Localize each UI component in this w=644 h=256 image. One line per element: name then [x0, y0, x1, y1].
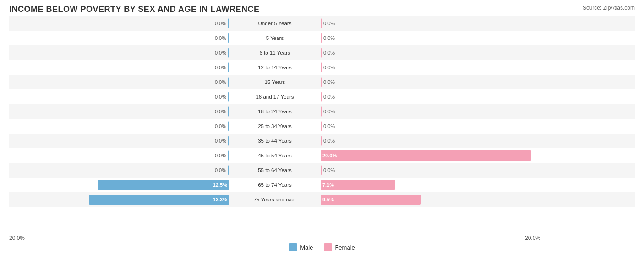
left-bar-container: 0.0%	[9, 150, 229, 161]
bar-row: 0.0%16 and 17 Years0.0%	[9, 89, 635, 104]
female-value-label: 0.0%	[323, 50, 335, 56]
chart-title: INCOME BELOW POVERTY BY SEX AND AGE IN L…	[9, 5, 260, 14]
bar-row: 0.0%35 to 44 Years0.0%	[9, 134, 635, 148]
scale-right: 20.0%	[321, 235, 540, 241]
male-value-label: 0.0%	[215, 123, 226, 129]
age-label: 75 Years and over	[229, 197, 321, 202]
right-section: 0.0%	[321, 31, 540, 45]
female-bar: 7.1%	[321, 180, 395, 190]
right-section: 20.0%	[321, 148, 540, 163]
male-value-label: 0.0%	[215, 109, 226, 114]
legend-female: Female	[324, 243, 355, 251]
left-bar-container: 0.0%	[9, 92, 229, 102]
right-section: 0.0%	[321, 16, 540, 31]
left-section: 0.0%	[9, 45, 229, 60]
left-bar-container: 12.5%	[9, 180, 229, 190]
left-bar-container: 0.0%	[9, 106, 229, 117]
left-bar-container: 0.0%	[9, 33, 229, 43]
left-bar-container: 0.0%	[9, 121, 229, 131]
female-bar	[321, 33, 322, 43]
left-bar-container: 0.0%	[9, 77, 229, 87]
male-value-label: 0.0%	[215, 138, 226, 144]
female-bar: 20.0%	[321, 150, 531, 161]
scale-row: 20.0% 20.0%	[9, 235, 635, 241]
female-value-label: 7.1%	[322, 182, 334, 188]
right-bar-container: 0.0%	[321, 92, 540, 102]
bar-row: 0.0%5 Years0.0%	[9, 31, 635, 45]
male-value-label: 0.0%	[215, 35, 226, 41]
female-value-label: 0.0%	[323, 167, 335, 173]
left-section: 0.0%	[9, 163, 229, 178]
female-bar	[321, 92, 322, 102]
male-value-label: 0.0%	[215, 94, 226, 100]
age-label: 5 Years	[229, 35, 321, 41]
right-section: 0.0%	[321, 75, 540, 89]
left-bar-container: 0.0%	[9, 62, 229, 72]
bar-row: 12.5%65 to 74 Years7.1%	[9, 178, 635, 192]
source-text: Source: ZipAtlas.com	[583, 5, 635, 11]
age-label: 55 to 64 Years	[229, 167, 321, 173]
left-bar-container: 13.3%	[9, 195, 229, 205]
right-section: 0.0%	[321, 163, 540, 178]
age-label: 18 to 24 Years	[229, 109, 321, 114]
age-label: Under 5 Years	[229, 21, 321, 26]
bar-row: 0.0%45 to 54 Years20.0%	[9, 148, 635, 163]
legend-male-box	[289, 243, 297, 251]
female-bar	[321, 48, 322, 58]
right-bar-container: 0.0%	[321, 62, 540, 72]
male-bar: 13.3%	[89, 195, 229, 205]
age-label: 6 to 11 Years	[229, 50, 321, 56]
header: INCOME BELOW POVERTY BY SEX AND AGE IN L…	[9, 5, 635, 14]
left-section: 0.0%	[9, 119, 229, 134]
right-bar-container: 0.0%	[321, 106, 540, 117]
male-value-label: 13.3%	[213, 197, 227, 202]
right-section: 7.1%	[321, 178, 540, 192]
left-section: 0.0%	[9, 16, 229, 31]
legend-male-label: Male	[300, 244, 313, 251]
left-bar-container: 0.0%	[9, 18, 229, 28]
male-value-label: 0.0%	[215, 21, 226, 26]
right-section: 0.0%	[321, 45, 540, 60]
scale-left-label: 20.0%	[9, 235, 25, 241]
right-bar-container: 0.0%	[321, 165, 540, 175]
right-bar-container: 0.0%	[321, 33, 540, 43]
male-value-label: 12.5%	[213, 182, 227, 188]
female-bar	[321, 165, 322, 175]
left-section: 13.3%	[9, 192, 229, 207]
female-bar	[321, 106, 322, 117]
right-section: 0.0%	[321, 119, 540, 134]
right-bar-container: 0.0%	[321, 77, 540, 87]
female-value-label: 0.0%	[323, 79, 335, 85]
female-bar	[321, 18, 322, 28]
female-value-label: 0.0%	[323, 21, 335, 26]
age-label: 65 to 74 Years	[229, 182, 321, 188]
female-value-label: 0.0%	[323, 109, 335, 114]
legend-row: Male Female	[9, 243, 635, 251]
right-bar-container: 7.1%	[321, 180, 540, 190]
female-value-label: 0.0%	[323, 138, 335, 144]
female-bar	[321, 121, 322, 131]
left-section: 0.0%	[9, 104, 229, 119]
right-section: 0.0%	[321, 89, 540, 104]
legend-male: Male	[289, 243, 313, 251]
male-value-label: 0.0%	[215, 79, 226, 85]
left-section: 0.0%	[9, 60, 229, 75]
right-section: 0.0%	[321, 104, 540, 119]
male-value-label: 0.0%	[215, 153, 226, 158]
left-bar-container: 0.0%	[9, 165, 229, 175]
age-label: 45 to 54 Years	[229, 153, 321, 158]
female-bar: 9.5%	[321, 195, 421, 205]
male-value-label: 0.0%	[215, 50, 226, 56]
right-section: 9.5%	[321, 192, 540, 207]
right-section: 0.0%	[321, 134, 540, 148]
age-label: 12 to 14 Years	[229, 65, 321, 70]
left-section: 0.0%	[9, 31, 229, 45]
female-value-label: 0.0%	[323, 35, 335, 41]
right-bar-container: 0.0%	[321, 136, 540, 146]
bar-row: 0.0%Under 5 Years0.0%	[9, 16, 635, 31]
right-bar-container: 9.5%	[321, 195, 540, 205]
female-value-label: 0.0%	[323, 65, 335, 70]
bar-row: 0.0%12 to 14 Years0.0%	[9, 60, 635, 75]
bar-row: 0.0%25 to 34 Years0.0%	[9, 119, 635, 134]
left-section: 12.5%	[9, 178, 229, 192]
